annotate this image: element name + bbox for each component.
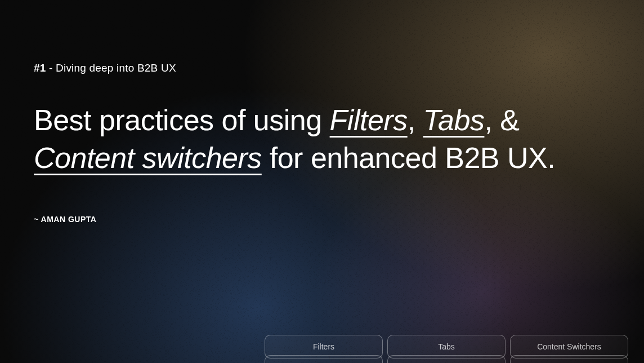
page-title: Best practices of using Filters, Tabs, &…	[34, 101, 608, 176]
eyebrow-separator: -	[46, 62, 56, 74]
tab-partial-1[interactable]	[265, 355, 383, 363]
title-emphasis-content-switchers: Content switchers	[34, 141, 262, 174]
tab-label: Tabs	[438, 342, 455, 351]
eyebrow-text: Diving deep into B2B UX	[56, 62, 176, 74]
tab-label: Content Switchers	[537, 342, 601, 351]
tab-partial-2[interactable]	[387, 355, 506, 363]
title-part-1: Best practices of using	[34, 104, 330, 136]
tab-label: Filters	[313, 342, 334, 351]
tabs-row-partial	[265, 355, 628, 363]
title-part-3: , &	[484, 104, 519, 136]
title-part-4: for enhanced B2B UX.	[262, 141, 555, 174]
author-byline: ~ AMAN GUPTA	[34, 215, 610, 224]
eyebrow-line: #1 - Diving deep into B2B UX	[34, 62, 610, 74]
title-part-2: ,	[408, 104, 423, 136]
title-emphasis-filters: Filters	[330, 104, 408, 136]
title-emphasis-tabs: Tabs	[423, 104, 485, 136]
eyebrow-number: #1	[34, 62, 46, 74]
tab-partial-3[interactable]	[510, 355, 628, 363]
